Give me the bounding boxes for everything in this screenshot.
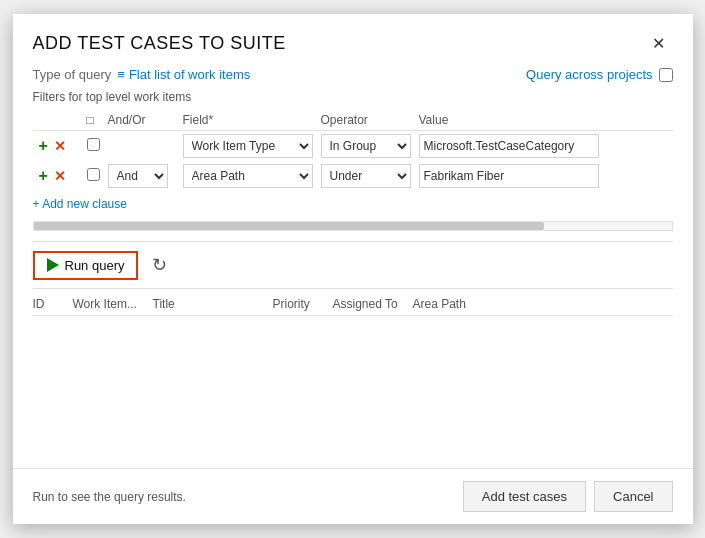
run-query-label: Run query bbox=[65, 258, 125, 273]
query-type-label: Type of query bbox=[33, 67, 112, 82]
flat-list-icon: ≡ bbox=[117, 67, 125, 82]
row1-action-btns: + ✕ bbox=[37, 138, 79, 154]
flat-list-link[interactable]: ≡ Flat list of work items bbox=[117, 67, 250, 82]
col-header-check: □ bbox=[83, 110, 104, 131]
filters-label: Filters for top level work items bbox=[33, 90, 673, 104]
col-header-field: Field* bbox=[179, 110, 317, 131]
results-header: ID Work Item... Title Priority Assigned … bbox=[33, 289, 673, 316]
row1-remove-btn[interactable]: ✕ bbox=[52, 139, 68, 153]
dialog-body: Type of query ≡ Flat list of work items … bbox=[13, 67, 693, 468]
filter-table: □ And/Or Field* Operator Value + ✕ bbox=[33, 110, 673, 191]
run-icon bbox=[47, 258, 59, 272]
query-type-left: Type of query ≡ Flat list of work items bbox=[33, 67, 251, 82]
run-area: Run query ↻ bbox=[33, 241, 673, 289]
add-test-cases-dialog: ADD TEST CASES TO SUITE ✕ Type of query … bbox=[13, 14, 693, 524]
footer-buttons: Add test cases Cancel bbox=[463, 481, 673, 512]
row2-field-select[interactable]: Area Path Work Item Type Assigned To bbox=[183, 164, 313, 188]
col-header-actions bbox=[33, 110, 83, 131]
flat-list-label: Flat list of work items bbox=[129, 67, 250, 82]
cancel-button[interactable]: Cancel bbox=[594, 481, 672, 512]
col-areapath-header: Area Path bbox=[413, 297, 513, 311]
row2-remove-btn[interactable]: ✕ bbox=[52, 169, 68, 183]
row2-value-input[interactable] bbox=[419, 164, 599, 188]
row2-operator-select[interactable]: Under = [Any] In Group bbox=[321, 164, 411, 188]
row2-action-btns: + ✕ bbox=[37, 168, 79, 184]
query-across-checkbox[interactable] bbox=[659, 68, 673, 82]
row1-operator-select[interactable]: In Group = [Any] Under bbox=[321, 134, 411, 158]
add-clause-button[interactable]: + Add new clause bbox=[33, 197, 127, 211]
dialog-footer: Run to see the query results. Add test c… bbox=[13, 468, 693, 524]
row2-add-btn[interactable]: + bbox=[37, 168, 50, 184]
add-test-cases-button[interactable]: Add test cases bbox=[463, 481, 586, 512]
row1-field-select[interactable]: Work Item Type Area Path Assigned To bbox=[183, 134, 313, 158]
query-type-row: Type of query ≡ Flat list of work items … bbox=[33, 67, 673, 82]
col-header-operator: Operator bbox=[317, 110, 415, 131]
filter-row-2: + ✕ And Or Area Path Wo bbox=[33, 161, 673, 191]
col-workitem-header: Work Item... bbox=[73, 297, 153, 311]
col-header-andor: And/Or bbox=[104, 110, 179, 131]
col-assigned-header: Assigned To bbox=[333, 297, 413, 311]
row1-value-input[interactable] bbox=[419, 134, 599, 158]
footer-message: Run to see the query results. bbox=[33, 490, 186, 504]
row1-checkbox[interactable] bbox=[87, 138, 100, 151]
col-priority-header: Priority bbox=[273, 297, 333, 311]
col-id-header: ID bbox=[33, 297, 73, 311]
filter-row-1: + ✕ Work Item Type Area Path Assigned To bbox=[33, 131, 673, 162]
col-header-value: Value bbox=[415, 110, 673, 131]
row2-andor-select[interactable]: And Or bbox=[108, 164, 168, 188]
dialog-header: ADD TEST CASES TO SUITE ✕ bbox=[13, 14, 693, 67]
query-across-label: Query across projects bbox=[526, 67, 652, 82]
row1-add-btn[interactable]: + bbox=[37, 138, 50, 154]
query-across-right: Query across projects bbox=[526, 67, 672, 82]
row2-checkbox[interactable] bbox=[87, 168, 100, 181]
horizontal-scrollbar[interactable] bbox=[33, 221, 673, 231]
run-query-button[interactable]: Run query bbox=[33, 251, 139, 280]
redo-button[interactable]: ↻ bbox=[148, 250, 171, 280]
results-body bbox=[33, 316, 673, 376]
scrollbar-thumb bbox=[34, 222, 544, 230]
close-button[interactable]: ✕ bbox=[644, 30, 673, 57]
col-title-header: Title bbox=[153, 297, 273, 311]
dialog-title: ADD TEST CASES TO SUITE bbox=[33, 33, 286, 54]
